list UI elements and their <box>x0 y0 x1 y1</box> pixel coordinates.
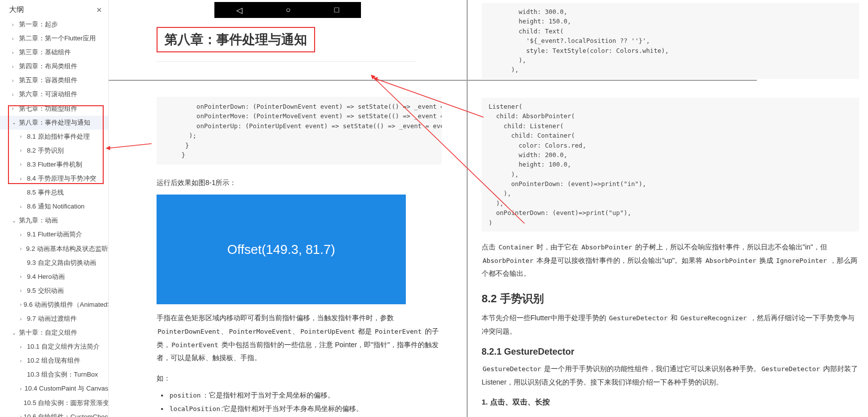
nav-recent-icon: □ <box>335 5 340 14</box>
chevron-icon: › <box>20 300 21 309</box>
toc-item[interactable]: ›第四章：布局类组件 <box>0 59 108 73</box>
toc-item[interactable]: ›8.5 事件总线 <box>0 186 108 200</box>
toc-label: 9.2 动画基本结构及状态监听 <box>26 243 108 254</box>
toc-item[interactable]: ›8.1 原始指针事件处理 <box>0 130 108 144</box>
toc-label: 8.4 手势原理与手势冲突 <box>27 173 96 184</box>
sidebar: 大纲 ✕ ›第一章：起步›第二章：第一个Flutter应用›第三章：基础组件›第… <box>0 0 109 417</box>
bullet-list: position：它是指针相对于当对于全局坐标的偏移。localPosition… <box>169 389 442 417</box>
toc-item[interactable]: ⌄第八章：事件处理与通知 <box>0 116 108 130</box>
toc-label: 第四章：布局类组件 <box>19 61 77 72</box>
chevron-icon: › <box>20 385 22 393</box>
chevron-icon: › <box>20 272 25 281</box>
chevron-icon: › <box>20 413 21 417</box>
sidebar-header: 大纲 ✕ <box>0 0 108 17</box>
title-underline <box>157 61 416 62</box>
p-8-2-1: GestureDetector 是一个用于手势识别的功能性组件，我们通过它可以来… <box>482 362 859 389</box>
toc-item[interactable]: ›第七章：功能型组件 <box>0 102 108 116</box>
panel-left-top: ◁ ○ □ 第八章：事件处理与通知 <box>109 2 467 82</box>
chevron-icon: › <box>20 146 25 155</box>
toc-item[interactable]: ›8.4 手势原理与手势冲突 <box>0 172 108 186</box>
bullet-item: localPosition:它是指针相对于当对于本身布局坐标的偏移。 <box>169 402 442 416</box>
phone-nav: ◁ ○ □ <box>214 2 361 18</box>
code-block-right-bottom: Listener( child: AbsorbPointer( child: L… <box>482 98 859 231</box>
toc-item[interactable]: ›9.7 动画过渡组件 <box>0 312 108 326</box>
chevron-icon: ⌄ <box>12 216 17 225</box>
chevron-icon: ⌄ <box>12 118 17 127</box>
h-sub-1: 1. 点击、双击、长按 <box>482 398 859 407</box>
toc-label: 第七章：功能型组件 <box>19 103 77 114</box>
toc-label: 10.1 自定义组件方法简介 <box>27 341 100 352</box>
chevron-icon: › <box>12 90 17 99</box>
toc-item[interactable]: ›第二章：第一个Flutter应用 <box>0 31 108 45</box>
chevron-icon: › <box>20 132 25 141</box>
toc-item[interactable]: ›9.6 动画切换组件（AnimatedSwit <box>0 298 108 312</box>
panel-left-bottom: onPointerDown: (PointerDownEvent event) … <box>109 82 467 417</box>
toc-item[interactable]: ›8.2 手势识别 <box>0 144 108 158</box>
toc-label: 第一章：起步 <box>19 19 58 30</box>
h-separator-right <box>468 80 757 81</box>
h-8-2-1: 8.2.1 GestureDetector <box>482 347 859 357</box>
toc-label: 8.3 Flutter事件机制 <box>27 159 82 170</box>
toc-label: 9.7 动画过渡组件 <box>27 313 77 324</box>
toc-item[interactable]: ⌄第十章：自定义组件 <box>0 326 108 340</box>
ru-label: 如： <box>157 372 442 385</box>
code-block-1: onPointerDown: (PointerDownEvent event) … <box>157 97 442 165</box>
chevron-icon: › <box>12 104 17 113</box>
toc-label: 8.1 原始指针事件处理 <box>27 131 90 142</box>
chevron-icon: › <box>20 286 25 295</box>
chevron-icon: › <box>12 62 17 71</box>
h-8-2: 8.2 手势识别 <box>482 291 859 306</box>
toc-item[interactable]: ›第六章：可滚动组件 <box>0 87 108 101</box>
p-8-2: 本节先介绍一些Flutter中用于处理手势的 GestureDetector 和… <box>482 311 859 338</box>
chevron-icon: › <box>20 203 25 211</box>
right-column: width: 300.0, height: 150.0, child: Text… <box>468 0 868 417</box>
close-icon[interactable]: ✕ <box>96 6 102 14</box>
toc-label: 第六章：可滚动组件 <box>19 89 77 100</box>
chevron-icon: › <box>20 175 25 183</box>
absorb-para: 点击 Container 时，由于它在 AbsorbPointer 的子树上，所… <box>482 240 859 280</box>
toc-label: 9.6 动画切换组件（AnimatedSwit <box>23 299 108 310</box>
toc-item[interactable]: ›9.4 Hero动画 <box>0 270 108 284</box>
toc-item[interactable]: ›9.3 自定义路由切换动画 <box>0 256 108 270</box>
chevron-icon: › <box>20 160 25 169</box>
chevron-icon: › <box>20 343 25 351</box>
toc-label: 10.4 CustomPaint 与 Canvas <box>24 383 108 394</box>
toc-label: 10.3 组合实例：TurnBox <box>27 369 98 380</box>
toc-item[interactable]: ›10.6 自绘组件：CustomCheckbo <box>0 410 108 417</box>
toc[interactable]: ›第一章：起步›第二章：第一个Flutter应用›第三章：基础组件›第四章：布局… <box>0 17 108 417</box>
toc-label: 10.6 自绘组件：CustomCheckbo <box>23 412 108 417</box>
toc-item[interactable]: ›第五章：容器类组件 <box>0 73 108 87</box>
toc-item[interactable]: ›8.3 Flutter事件机制 <box>0 158 108 172</box>
toc-label: 第三章：基础组件 <box>19 47 71 58</box>
toc-label: 第八章：事件处理与通知 <box>19 117 90 128</box>
toc-label: 第二章：第一个Flutter应用 <box>19 33 96 44</box>
toc-label: 10.5 自绘实例：圆形背景渐变进度 <box>23 398 108 409</box>
chevron-icon: › <box>12 48 17 57</box>
toc-item[interactable]: ›第三章：基础组件 <box>0 45 108 59</box>
toc-item[interactable]: ›9.5 交织动画 <box>0 284 108 298</box>
toc-label: 9.1 Flutter动画简介 <box>27 229 82 240</box>
toc-item[interactable]: ›10.1 自定义组件方法简介 <box>0 340 108 354</box>
code-block-right-top: width: 300.0, height: 150.0, child: Text… <box>482 3 859 79</box>
toc-item[interactable]: ›10.2 组合现有组件 <box>0 354 108 368</box>
toc-item[interactable]: ›第一章：起步 <box>0 17 108 31</box>
toc-item[interactable]: ›10.4 CustomPaint 与 Canvas <box>0 382 108 396</box>
h-separator-left <box>109 80 468 81</box>
toc-item[interactable]: ⌄第九章：动画 <box>0 213 108 227</box>
figure-blue: Offset(149.3, 81.7) <box>157 195 406 304</box>
toc-label: 第九章：动画 <box>19 215 58 226</box>
toc-item[interactable]: ›10.3 组合实例：TurnBox <box>0 368 108 382</box>
toc-item[interactable]: ›9.2 动画基本结构及状态监听 <box>0 242 108 256</box>
para-pointer: 手指在蓝色矩形区域内移动即可看到当前指针偏移，当触发指针事件时，参数 Point… <box>157 311 442 365</box>
nav-back-icon: ◁ <box>236 5 242 15</box>
chapter-title: 第八章：事件处理与通知 <box>165 31 307 48</box>
chevron-icon: › <box>12 76 17 85</box>
chevron-icon: › <box>20 244 24 253</box>
toc-label: 9.3 自定义路由切换动画 <box>27 257 96 268</box>
toc-item[interactable]: ›8.6 通知 Notification <box>0 200 108 213</box>
toc-item[interactable]: ›9.1 Flutter动画简介 <box>0 227 108 241</box>
main: ◁ ○ □ 第八章：事件处理与通知 onPointerDown: (Pointe… <box>109 0 868 417</box>
toc-item[interactable]: ›10.5 自绘实例：圆形背景渐变进度 <box>0 396 108 410</box>
panel-right-top: width: 300.0, height: 150.0, child: Text… <box>482 0 859 80</box>
toc-label: 8.6 通知 Notification <box>27 201 85 212</box>
